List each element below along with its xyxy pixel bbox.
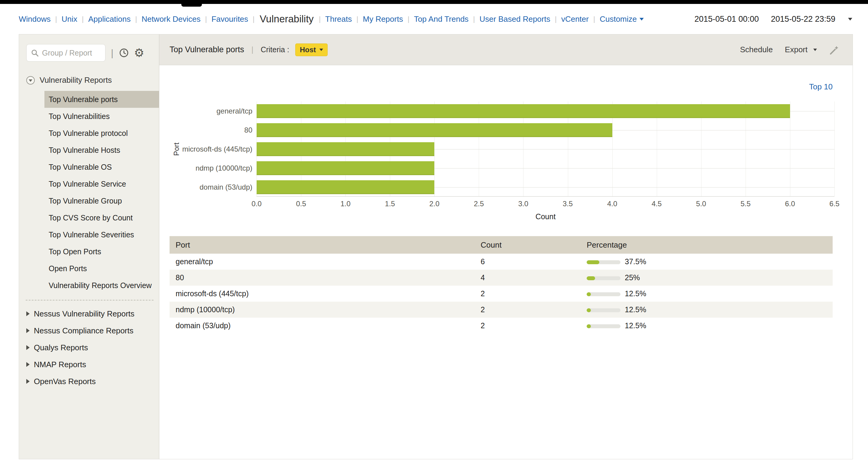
- bar-row: [256, 121, 834, 139]
- sidebar-group-qualys-reports[interactable]: Qualys Reports: [19, 339, 159, 356]
- table-row[interactable]: microsoft-ds (445/tcp)212.5%: [169, 286, 833, 302]
- plot-area: [256, 101, 834, 197]
- sidebar-item-top-vulnerabilities[interactable]: Top Vulnerabilities: [44, 108, 159, 125]
- percentage-bar: [587, 276, 620, 280]
- nav-item-customize[interactable]: Customize: [595, 14, 648, 24]
- date-range: 2015-05-01 00:00 2015-05-22 23:59: [694, 14, 852, 24]
- section-divider: [26, 300, 154, 300]
- nav-item-applications[interactable]: Applications: [84, 14, 135, 24]
- wand-icon[interactable]: [829, 44, 840, 55]
- sidebar-item-top-vulnerable-protocol[interactable]: Top Vulnerable protocol: [44, 125, 159, 142]
- sidebar-item-top-vulnerable-hosts[interactable]: Top Vulnerable Hosts: [44, 142, 159, 159]
- sidebar-item-open-ports[interactable]: Open Ports: [44, 260, 159, 277]
- sidebar-item-top-vulnerable-severities[interactable]: Top Vulnerable Severities: [44, 226, 159, 243]
- sidebar-group-label: OpenVas Reports: [34, 377, 96, 386]
- sidebar-group-nmap-reports[interactable]: NMAP Reports: [19, 356, 159, 373]
- search-input[interactable]: [42, 48, 96, 57]
- x-tick-label: 3.0: [518, 200, 528, 208]
- chevron-right-icon: [26, 311, 30, 316]
- table-row[interactable]: general/tcp637.5%: [169, 254, 833, 270]
- nav-item-top-and-trends[interactable]: Top And Trends: [409, 14, 473, 24]
- sidebar: | ⚙ Vulnerability Reports Top Vulnerable…: [19, 34, 159, 459]
- bar-domain-53-udp[interactable]: [256, 180, 434, 194]
- cell-count: 6: [474, 254, 581, 270]
- gridline: [834, 101, 835, 196]
- nav-item-favourites[interactable]: Favourites: [207, 14, 253, 24]
- sidebar-item-top-vulnerable-service[interactable]: Top Vulnerable Service: [44, 175, 159, 192]
- nav-item-my-reports[interactable]: My Reports: [359, 14, 408, 24]
- column-header-percentage: Percentage: [581, 236, 833, 254]
- bar-microsoft-ds-445-tcp[interactable]: [256, 142, 434, 156]
- chevron-down-icon[interactable]: [848, 18, 852, 21]
- report-header: Top Vulnerable ports | Criteria : Host S…: [159, 34, 852, 65]
- x-tick-label: 1.0: [340, 200, 350, 208]
- sidebar-item-vulnerability-reports-overview[interactable]: Vulnerability Reports Overview: [44, 277, 159, 294]
- bar-row: [256, 139, 834, 159]
- bar-row: [256, 101, 834, 121]
- table-header-row: PortCountPercentage: [169, 236, 833, 254]
- nav-item-windows[interactable]: Windows: [19, 14, 55, 24]
- x-axis-title: Count: [256, 212, 834, 221]
- criteria-dropdown[interactable]: Host: [295, 43, 328, 56]
- report-search[interactable]: [26, 44, 105, 62]
- nav-item-vcenter[interactable]: vCenter: [557, 14, 593, 24]
- chevron-right-icon: [26, 362, 30, 367]
- sidebar-item-top-vulnerable-group[interactable]: Top Vulnerable Group: [44, 192, 159, 209]
- export-button[interactable]: Export: [785, 45, 817, 54]
- sidebar-item-top-vulnerable-os[interactable]: Top Vulnerable OS: [44, 159, 159, 175]
- gear-icon[interactable]: ⚙: [134, 47, 144, 59]
- x-tick-label: 2.0: [430, 200, 439, 208]
- sidebar-group-label: Nessus Compliance Reports: [34, 326, 133, 335]
- percentage-bar-fill: [587, 308, 591, 312]
- cell-percentage: 25%: [581, 270, 833, 286]
- sidebar-item-top-vulnerable-ports[interactable]: Top Vulnerable ports: [44, 91, 159, 108]
- chevron-right-icon: [26, 345, 30, 350]
- sidebar-group-nessus-compliance-reports[interactable]: Nessus Compliance Reports: [19, 322, 159, 339]
- nav-item-threats[interactable]: Threats: [321, 14, 356, 24]
- clock-icon[interactable]: [119, 48, 129, 58]
- sidebar-item-top-open-ports[interactable]: Top Open Ports: [44, 243, 159, 260]
- cell-port: ndmp (10000/tcp): [169, 302, 474, 318]
- header-actions: Schedule Export: [740, 44, 840, 55]
- bar-general-tcp[interactable]: [256, 104, 790, 118]
- nav-item-network-devices[interactable]: Network Devices: [137, 14, 205, 24]
- bar-ndmp-10000-tcp[interactable]: [256, 161, 434, 175]
- table-body: general/tcp637.5%80425%microsoft-ds (445…: [169, 254, 833, 334]
- x-tick-label: 4.0: [607, 200, 617, 208]
- percentage-bar-fill: [587, 276, 595, 280]
- percentage-value: 37.5%: [625, 257, 646, 266]
- percentage-bar: [587, 324, 620, 328]
- nav-item-unix[interactable]: Unix: [57, 14, 82, 24]
- cell-port: general/tcp: [169, 254, 474, 270]
- top-black-bar: [0, 0, 868, 4]
- bar-category-label: general/tcp: [182, 101, 256, 121]
- sidebar-group-nessus-vulnerability-reports[interactable]: Nessus Vulnerability Reports: [19, 305, 159, 322]
- sidebar-section-vulnerability-reports[interactable]: Vulnerability Reports: [19, 69, 159, 91]
- collapse-icon[interactable]: [26, 76, 35, 85]
- nav-item-user-based-reports[interactable]: User Based Reports: [475, 14, 555, 24]
- percentage-bar-fill: [587, 292, 591, 296]
- table-row[interactable]: domain (53/udp)212.5%: [169, 318, 833, 334]
- plot-column: 0.00.51.01.52.02.53.03.54.04.55.05.56.06…: [256, 101, 834, 221]
- chevron-right-icon: [26, 328, 30, 333]
- sidebar-item-top-cvs-score-by-count[interactable]: Top CVS Score by Count: [44, 209, 159, 226]
- bar-category-label: ndmp (10000/tcp): [182, 159, 256, 177]
- bar-rows: [256, 101, 834, 196]
- schedule-button[interactable]: Schedule: [740, 45, 773, 54]
- search-icon: [31, 49, 39, 57]
- cell-count: 2: [474, 302, 581, 318]
- sidebar-group-openvas-reports[interactable]: OpenVas Reports: [19, 373, 159, 390]
- sidebar-group-label: Nessus Vulnerability Reports: [34, 309, 134, 319]
- chart-panel: Top 10 Port general/tcp80microsoft-ds (4…: [159, 65, 852, 224]
- table-row[interactable]: 80425%: [169, 270, 833, 286]
- date-from[interactable]: 2015-05-01 00:00: [694, 14, 759, 24]
- top-n-link[interactable]: Top 10: [809, 82, 833, 92]
- nav-item-vulnerability[interactable]: Vulnerability: [254, 13, 319, 25]
- table-row[interactable]: ndmp (10000/tcp)212.5%: [169, 302, 833, 318]
- group-list: Nessus Vulnerability ReportsNessus Compl…: [19, 305, 159, 390]
- date-to[interactable]: 2015-05-22 23:59: [771, 14, 835, 24]
- chevron-right-icon: [26, 379, 30, 384]
- column-header-port: Port: [169, 236, 474, 254]
- bar-80[interactable]: [256, 123, 612, 137]
- report-list: Top Vulnerable portsTop VulnerabilitiesT…: [19, 91, 159, 294]
